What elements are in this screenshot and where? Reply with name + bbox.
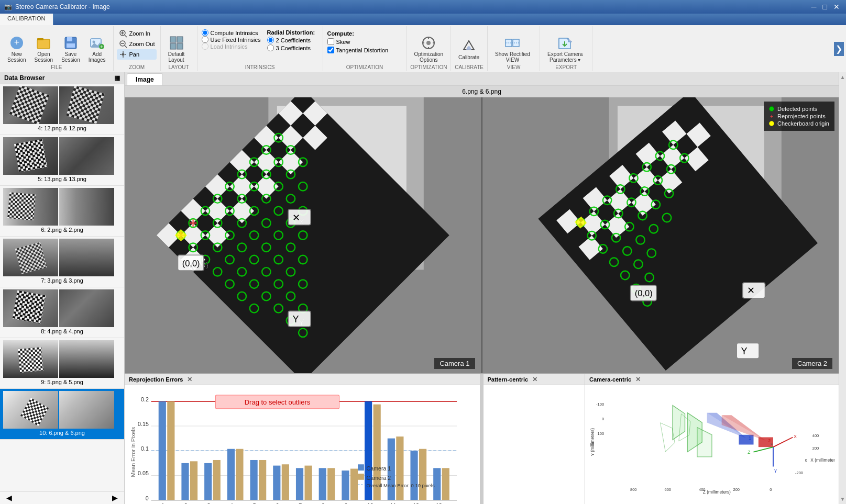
pattern-centric-header: Pattern-centric ✕ xyxy=(484,374,585,385)
close-button[interactable]: ✕ xyxy=(831,3,842,11)
svg-rect-20 xyxy=(170,37,176,42)
use-fixed-radio[interactable] xyxy=(202,36,208,43)
new-session-icon: + xyxy=(8,35,25,51)
pattern-centric-close-button[interactable]: ✕ xyxy=(532,376,537,383)
calibrate-button[interactable]: Calibrate xyxy=(455,37,482,61)
tangential-checkbox[interactable] xyxy=(327,47,334,53)
compute-intrinsics-radio[interactable] xyxy=(202,29,208,36)
bar-3-cam2 xyxy=(213,460,221,500)
2-coeff-radio[interactable] xyxy=(267,37,274,43)
show-rectified-button[interactable]: Show RectifiedVIEW xyxy=(492,33,533,64)
pattern-centric-title: Pattern-centric xyxy=(488,376,529,383)
svg-line-257 xyxy=(773,437,793,447)
ribbon-expand-button[interactable]: ❯ xyxy=(832,26,846,71)
svg-text:0: 0 xyxy=(602,417,604,421)
bottom-panels: Reprojection Errors ✕ 0.2 0.15 0.1 0.05 … xyxy=(125,373,839,504)
data-browser-label: Data Browser xyxy=(4,74,45,82)
zoom-group-label: ZOOM xyxy=(114,64,160,70)
ribbon-group-options: Compute: Skew Tangential Distortion OPTI… xyxy=(323,26,407,71)
sidebar-item-8[interactable]: 8: 4.png & 4.png xyxy=(0,287,124,338)
reprojection-chart-area[interactable]: 0.2 0.15 0.1 0.05 0 Mean Error in Pixels xyxy=(125,385,480,504)
scroll-left-button[interactable]: ◀ xyxy=(2,492,16,503)
minimize-button[interactable]: ─ xyxy=(809,3,819,11)
svg-point-8 xyxy=(93,41,95,43)
load-intrinsics-option[interactable]: Load Intrinsics xyxy=(202,43,261,50)
add-images-button[interactable]: + AddImages xyxy=(85,33,109,64)
new-session-label: NewSession xyxy=(7,51,26,63)
calibrate-label: Calibrate xyxy=(458,54,479,60)
item-10-label: 10: 6.png & 6.png xyxy=(3,429,121,437)
thumb-5-right xyxy=(59,137,114,175)
compute-intrinsics-option[interactable]: Compute Intrinsics xyxy=(202,29,261,36)
skew-checkbox[interactable] xyxy=(327,38,334,45)
ribbon-group-layout: DefaultLayout LAYOUT xyxy=(161,26,197,71)
camera2-label: Camera 2 xyxy=(792,358,832,369)
optimization-options-button[interactable]: OptimizationOptions xyxy=(411,33,447,64)
svg-text:c: c xyxy=(771,441,773,446)
svg-rect-251 xyxy=(739,435,754,445)
default-layout-button[interactable]: DefaultLayout xyxy=(165,33,188,64)
sidebar-header: Data Browser ▦ xyxy=(0,72,124,84)
pan-button[interactable]: Pan xyxy=(117,49,157,60)
sidebar-expand-icon[interactable]: ▦ xyxy=(114,74,120,82)
2-coeff-option[interactable]: 2 Coefficients xyxy=(267,37,315,43)
3-coeff-option[interactable]: 3 Coefficients xyxy=(267,44,315,51)
svg-text:X: X xyxy=(794,434,797,439)
checkerboard-origin-label: Checkerboard origin xyxy=(777,120,829,127)
use-fixed-option[interactable]: Use Fixed Intrinsics xyxy=(202,36,261,43)
tangential-option[interactable]: Tangential Distortion xyxy=(327,47,389,53)
tab-bar: Image xyxy=(125,72,839,86)
3-coeff-radio[interactable] xyxy=(267,44,274,51)
bar-8-cam2 xyxy=(327,468,335,500)
bar-5-cam2 xyxy=(259,460,266,500)
image-tab[interactable]: Image xyxy=(127,73,163,85)
image-filename: 6.png & 6.png xyxy=(125,86,839,97)
zoom-out-label: Zoom Out xyxy=(129,41,155,47)
svg-line-259 xyxy=(754,447,773,452)
default-layout-icon xyxy=(168,35,185,51)
new-session-button[interactable]: + NewSession xyxy=(4,33,29,64)
svg-text:100: 100 xyxy=(598,431,604,436)
open-session-button[interactable]: OpenSession xyxy=(31,33,57,64)
tab-calibration[interactable]: CALIBRATION xyxy=(0,14,53,25)
save-session-button[interactable]: SaveSession xyxy=(58,33,83,64)
bar-5-cam1 xyxy=(250,460,258,500)
reprojection-errors-panel: Reprojection Errors ✕ 0.2 0.15 0.1 0.05 … xyxy=(125,374,480,504)
svg-text:Y: Y xyxy=(741,346,747,356)
bar-6-cam2 xyxy=(282,464,289,500)
right-scrollbar[interactable]: ▲ ▼ xyxy=(839,72,846,504)
reprojection-close-button[interactable]: ✕ xyxy=(187,376,192,383)
svg-text:Z: Z xyxy=(748,450,750,455)
svg-text:Y: Y xyxy=(774,468,777,474)
svg-text:✕: ✕ xyxy=(292,212,300,223)
sidebar-item-7[interactable]: 7: 3.png & 3.png xyxy=(0,237,124,287)
camera1-label: Camera 1 xyxy=(434,358,475,369)
sidebar-item-10[interactable]: 10: 6.png & 6.png xyxy=(0,389,124,440)
svg-text:Z (millimeters): Z (millimeters) xyxy=(703,489,731,495)
export-params-button[interactable]: Export CameraParameters ▾ xyxy=(544,33,586,64)
radial-distortion-label: Radial Distortion: xyxy=(267,29,315,36)
sidebar-item-5[interactable]: 5: 13.png & 13.png xyxy=(0,135,124,186)
thumb-8-left xyxy=(3,289,58,327)
zoom-in-button[interactable]: Zoom In xyxy=(117,28,157,39)
svg-text:0.2: 0.2 xyxy=(141,396,149,402)
thumb-7-left xyxy=(3,239,58,276)
skew-option[interactable]: Skew xyxy=(327,38,389,45)
svg-rect-6 xyxy=(67,43,75,48)
ribbon-group-optimization: OptimizationOptions OPTIMIZATION xyxy=(407,26,452,71)
sidebar-item-6[interactable]: 6: 2.png & 2.png xyxy=(0,186,124,237)
sidebar-item-4[interactable]: 4: 12.png & 12.png xyxy=(0,84,124,135)
thumb-4-left xyxy=(3,86,58,124)
svg-text:0: 0 xyxy=(805,458,807,463)
sidebar-item-9[interactable]: 9: 5.png & 5.png xyxy=(0,338,124,389)
bar-3-cam1 xyxy=(204,463,212,500)
camera-centric-close-button[interactable]: ✕ xyxy=(635,376,641,383)
scroll-right-button[interactable]: ▶ xyxy=(108,492,122,503)
thumb-7-right xyxy=(59,239,114,276)
thumb-10-right xyxy=(59,391,114,429)
maximize-button[interactable]: □ xyxy=(821,3,829,11)
svg-text:0.1: 0.1 xyxy=(141,445,149,452)
zoom-out-button[interactable]: Zoom Out xyxy=(117,39,157,49)
pan-label: Pan xyxy=(129,51,140,58)
thumb-9-right xyxy=(59,340,114,378)
